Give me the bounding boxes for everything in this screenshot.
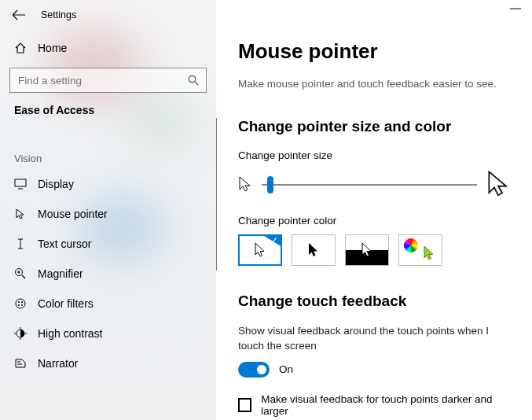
scroll-indicator[interactable] (216, 118, 217, 271)
sidebar-item-label: Narrator (38, 357, 78, 370)
cursor-small-icon (238, 175, 252, 194)
svg-line-8 (22, 275, 25, 278)
svg-point-0 (189, 76, 195, 82)
sidebar-item-label: Text cursor (38, 238, 91, 250)
svg-point-13 (21, 301, 23, 303)
pointer-color-white[interactable] (238, 234, 282, 266)
sidebar-item-mouse-pointer[interactable]: Mouse pointer (0, 199, 216, 229)
sidebar-item-label: Magnifier (38, 267, 83, 280)
pointer-color-black[interactable] (292, 234, 336, 266)
sidebar-item-magnifier[interactable]: Magnifier (0, 259, 216, 289)
back-button[interactable] (13, 9, 25, 20)
sidebar-item-label: Mouse pointer (38, 208, 108, 220)
sidebar-item-text-cursor[interactable]: Text cursor (0, 229, 216, 259)
color-filters-icon (14, 297, 27, 310)
search-container (9, 68, 207, 93)
svg-point-14 (18, 304, 20, 306)
cursor-large-icon (486, 169, 510, 201)
sidebar-group-vision: Vision (0, 131, 216, 169)
high-contrast-icon (14, 327, 27, 340)
content-pane: Mouse pointer Make mouse pointer and tou… (216, 0, 532, 420)
section-size-color: Change pointer size and color (238, 118, 510, 135)
touch-feedback-toggle-label: On (279, 363, 293, 375)
search-input[interactable] (9, 68, 207, 93)
narrator-icon (14, 357, 27, 370)
text-cursor-icon (14, 238, 27, 250)
minimize-button[interactable] (510, 8, 521, 9)
svg-point-12 (18, 301, 20, 303)
sidebar-item-label: Display (38, 178, 74, 190)
section-touch-feedback: Change touch feedback (238, 293, 510, 310)
color-wheel-icon (404, 238, 418, 252)
page-subtitle: Make mouse pointer and touch feedback ea… (238, 78, 510, 90)
sidebar-section-title: Ease of Access (0, 104, 216, 131)
pointer-size-slider[interactable] (262, 175, 477, 194)
sidebar-item-high-contrast[interactable]: High contrast (0, 319, 216, 348)
svg-rect-2 (15, 179, 26, 186)
touch-feedback-darker-label: Make visual feedback for touch points da… (261, 393, 510, 417)
svg-line-1 (195, 82, 198, 85)
touch-feedback-toggle[interactable] (238, 362, 270, 378)
svg-point-11 (16, 299, 25, 308)
search-icon (188, 75, 199, 86)
magnifier-icon (14, 267, 27, 280)
sidebar: Settings Home Ease of Access Vision Disp… (0, 0, 216, 420)
sidebar-item-display[interactable]: Display (0, 169, 216, 199)
sidebar-item-color-filters[interactable]: Color filters (0, 289, 216, 319)
window-title: Settings (41, 9, 76, 20)
sidebar-item-label: Color filters (38, 297, 94, 310)
pointer-size-label: Change pointer size (238, 149, 510, 161)
sidebar-item-label: High contrast (38, 327, 102, 340)
nav-home[interactable]: Home (0, 33, 216, 63)
pointer-color-label: Change pointer color (238, 215, 510, 227)
home-icon (14, 42, 27, 54)
display-icon (14, 179, 27, 190)
mouse-pointer-icon (14, 208, 27, 220)
touch-feedback-desc: Show visual feedback around the touch po… (238, 324, 505, 354)
pointer-color-inverted[interactable] (345, 234, 389, 266)
pointer-color-custom[interactable] (398, 234, 442, 266)
nav-home-label: Home (38, 42, 67, 54)
page-title: Mouse pointer (238, 39, 510, 64)
touch-feedback-darker-checkbox[interactable] (238, 398, 251, 412)
sidebar-item-narrator[interactable]: Narrator (0, 348, 216, 378)
svg-point-15 (21, 304, 23, 306)
